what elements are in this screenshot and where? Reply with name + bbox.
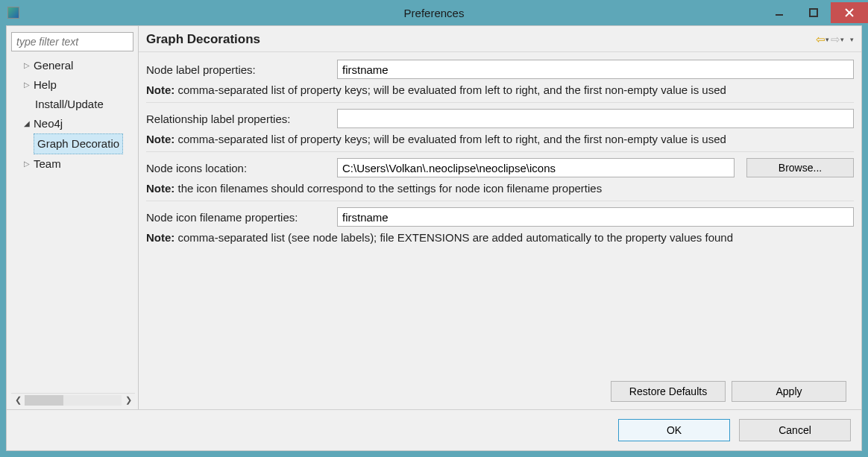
forward-icon[interactable]: ⇨	[831, 33, 840, 46]
input-icons-location[interactable]	[337, 158, 735, 177]
spacer	[146, 253, 854, 376]
note-node-label: Note: comma-separated list of property k…	[146, 82, 854, 103]
client-area: ▷ General ▷ Help Install/Update ◢ Neo4j	[6, 25, 862, 451]
chevron-right-icon: ▷	[22, 75, 32, 95]
maximize-button[interactable]	[796, 2, 831, 23]
tree-item-team[interactable]: ▷ Team	[11, 154, 135, 174]
page-buttons: Restore Defaults Apply	[146, 376, 854, 409]
scroll-right-icon[interactable]: ❯	[122, 395, 135, 405]
content-header: Graph Decorations ⇦ ▾ ⇨ ▾ ▾	[139, 26, 861, 52]
tree-item-neo4j[interactable]: ◢ Neo4j	[11, 114, 135, 133]
tree-item-graph-decorations[interactable]: Graph Decoratio	[11, 133, 135, 154]
preferences-window: Preferences ▷ General	[0, 0, 868, 457]
close-icon	[845, 8, 854, 17]
minimize-icon	[775, 8, 784, 17]
app-icon	[7, 7, 19, 19]
note-rel-label: Note: comma-separated list of property k…	[146, 131, 854, 152]
apply-button[interactable]: Apply	[732, 381, 846, 402]
input-rel-label[interactable]	[337, 109, 854, 128]
tree-label: Install/Update	[34, 95, 105, 114]
window-title: Preferences	[404, 7, 465, 19]
tree-label: Neo4j	[32, 114, 64, 133]
form-area: Node label properties: Note: comma-separ…	[139, 52, 861, 409]
label-icon-filename: Node icon filename properties:	[146, 211, 330, 224]
tree-item-help[interactable]: ▷ Help	[11, 75, 135, 95]
svg-rect-1	[810, 9, 817, 16]
maximize-icon	[809, 8, 818, 17]
row-rel-label: Relationship label properties:	[146, 106, 854, 131]
row-node-label: Node label properties:	[146, 57, 854, 82]
label-node-label: Node label properties:	[146, 63, 330, 76]
page-title: Graph Decorations	[146, 32, 260, 47]
tree-label: Team	[32, 154, 63, 174]
scroll-thumb[interactable]	[25, 395, 63, 406]
chevron-right-icon: ▷	[22, 56, 32, 75]
upper-pane: ▷ General ▷ Help Install/Update ◢ Neo4j	[7, 26, 861, 409]
input-node-label[interactable]	[337, 60, 854, 79]
back-icon[interactable]: ⇦	[816, 33, 825, 46]
note-text: the icon filenames should correspond to …	[174, 182, 602, 195]
note-prefix: Note:	[146, 182, 174, 195]
tree-label: General	[32, 56, 75, 75]
close-button[interactable]	[831, 2, 868, 23]
ok-button[interactable]: OK	[618, 419, 730, 441]
row-icon-filename: Node icon filename properties:	[146, 204, 854, 230]
input-icon-filename[interactable]	[337, 207, 854, 227]
note-prefix: Note:	[146, 133, 174, 145]
note-icons-location: Note: the icon filenames should correspo…	[146, 180, 854, 201]
minimize-button[interactable]	[762, 2, 796, 23]
tree-label: Help	[32, 75, 58, 95]
note-icon-filename: Note: comma-separated list (see node lab…	[146, 230, 854, 250]
sidebar: ▷ General ▷ Help Install/Update ◢ Neo4j	[7, 26, 138, 409]
back-menu-icon[interactable]: ▾	[825, 36, 829, 43]
titlebar[interactable]: Preferences	[0, 0, 868, 25]
chevron-right-icon: ▷	[22, 154, 32, 174]
label-rel-label: Relationship label properties:	[146, 113, 330, 125]
tree-label: Graph Decoratio	[34, 133, 123, 154]
dialog-footer: OK Cancel	[7, 409, 861, 450]
content-pane: Graph Decorations ⇦ ▾ ⇨ ▾ ▾ Node label p…	[139, 26, 861, 409]
note-prefix: Note:	[146, 83, 174, 96]
preference-tree[interactable]: ▷ General ▷ Help Install/Update ◢ Neo4j	[11, 51, 135, 393]
scroll-left-icon[interactable]: ❮	[11, 395, 25, 405]
cancel-button[interactable]: Cancel	[739, 419, 851, 441]
row-icons-location: Node icons location: Browse...	[146, 155, 854, 180]
sidebar-scrollbar[interactable]: ❮ ❯	[11, 393, 135, 406]
view-menu-icon[interactable]: ▾	[850, 36, 854, 43]
tree-item-install-update[interactable]: Install/Update	[11, 95, 135, 114]
browse-button[interactable]: Browse...	[746, 158, 854, 177]
note-text: comma-separated list of property keys; w…	[174, 83, 726, 96]
chevron-down-icon: ◢	[22, 114, 32, 133]
tree-item-general[interactable]: ▷ General	[11, 56, 135, 75]
label-icons-location: Node icons location:	[146, 162, 330, 174]
note-text: comma-separated list (see node labels); …	[174, 231, 733, 244]
window-controls	[762, 2, 868, 23]
scroll-track[interactable]	[25, 395, 122, 406]
restore-defaults-button[interactable]: Restore Defaults	[611, 381, 726, 402]
header-toolbar: ⇦ ▾ ⇨ ▾ ▾	[816, 33, 854, 46]
note-text: comma-separated list of property keys; w…	[174, 133, 726, 145]
note-prefix: Note:	[146, 231, 174, 244]
filter-input[interactable]	[11, 32, 133, 51]
forward-menu-icon[interactable]: ▾	[840, 36, 844, 43]
